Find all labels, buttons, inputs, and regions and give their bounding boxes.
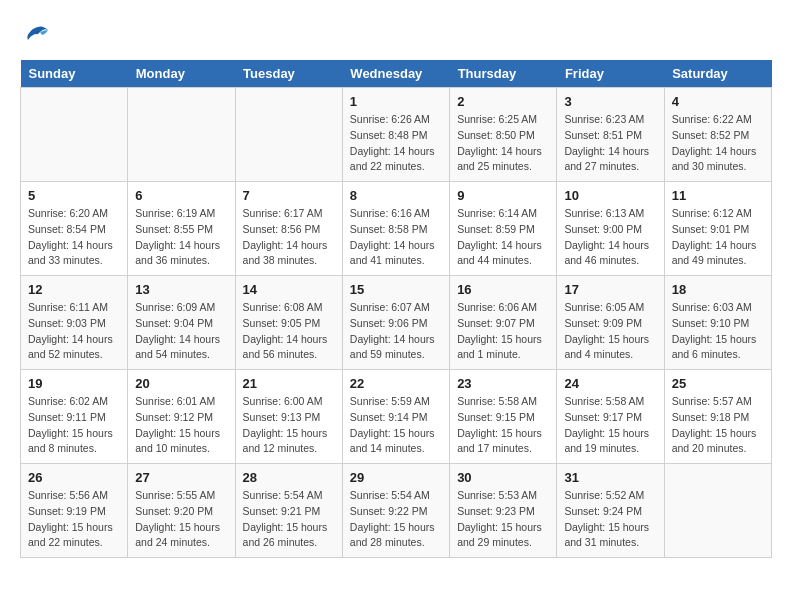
day-detail: Sunrise: 6:11 AMSunset: 9:03 PMDaylight:…: [28, 300, 120, 363]
day-detail: Sunrise: 6:07 AMSunset: 9:06 PMDaylight:…: [350, 300, 442, 363]
day-number: 11: [672, 188, 764, 203]
calendar-cell: 24Sunrise: 5:58 AMSunset: 9:17 PMDayligh…: [557, 370, 664, 464]
calendar-cell: 21Sunrise: 6:00 AMSunset: 9:13 PMDayligh…: [235, 370, 342, 464]
day-detail: Sunrise: 6:23 AMSunset: 8:51 PMDaylight:…: [564, 112, 656, 175]
day-detail: Sunrise: 5:54 AMSunset: 9:22 PMDaylight:…: [350, 488, 442, 551]
day-number: 3: [564, 94, 656, 109]
day-number: 5: [28, 188, 120, 203]
day-number: 31: [564, 470, 656, 485]
day-detail: Sunrise: 5:58 AMSunset: 9:15 PMDaylight:…: [457, 394, 549, 457]
day-detail: Sunrise: 5:58 AMSunset: 9:17 PMDaylight:…: [564, 394, 656, 457]
calendar-cell: 16Sunrise: 6:06 AMSunset: 9:07 PMDayligh…: [450, 276, 557, 370]
day-number: 22: [350, 376, 442, 391]
calendar-cell: 1Sunrise: 6:26 AMSunset: 8:48 PMDaylight…: [342, 88, 449, 182]
calendar-cell: 29Sunrise: 5:54 AMSunset: 9:22 PMDayligh…: [342, 464, 449, 558]
day-detail: Sunrise: 6:09 AMSunset: 9:04 PMDaylight:…: [135, 300, 227, 363]
week-row-1: 1Sunrise: 6:26 AMSunset: 8:48 PMDaylight…: [21, 88, 772, 182]
weekday-header-row: SundayMondayTuesdayWednesdayThursdayFrid…: [21, 60, 772, 88]
day-detail: Sunrise: 6:03 AMSunset: 9:10 PMDaylight:…: [672, 300, 764, 363]
day-number: 19: [28, 376, 120, 391]
calendar-cell: 10Sunrise: 6:13 AMSunset: 9:00 PMDayligh…: [557, 182, 664, 276]
calendar-cell: 6Sunrise: 6:19 AMSunset: 8:55 PMDaylight…: [128, 182, 235, 276]
day-number: 27: [135, 470, 227, 485]
calendar-cell: [21, 88, 128, 182]
day-number: 24: [564, 376, 656, 391]
calendar-cell: 19Sunrise: 6:02 AMSunset: 9:11 PMDayligh…: [21, 370, 128, 464]
calendar-cell: 26Sunrise: 5:56 AMSunset: 9:19 PMDayligh…: [21, 464, 128, 558]
day-detail: Sunrise: 6:12 AMSunset: 9:01 PMDaylight:…: [672, 206, 764, 269]
weekday-header-tuesday: Tuesday: [235, 60, 342, 88]
calendar-cell: 23Sunrise: 5:58 AMSunset: 9:15 PMDayligh…: [450, 370, 557, 464]
day-detail: Sunrise: 6:19 AMSunset: 8:55 PMDaylight:…: [135, 206, 227, 269]
day-number: 20: [135, 376, 227, 391]
day-detail: Sunrise: 5:57 AMSunset: 9:18 PMDaylight:…: [672, 394, 764, 457]
logo-icon: [20, 20, 50, 50]
calendar-cell: 14Sunrise: 6:08 AMSunset: 9:05 PMDayligh…: [235, 276, 342, 370]
logo: [20, 20, 54, 50]
day-detail: Sunrise: 5:59 AMSunset: 9:14 PMDaylight:…: [350, 394, 442, 457]
calendar-cell: 7Sunrise: 6:17 AMSunset: 8:56 PMDaylight…: [235, 182, 342, 276]
day-detail: Sunrise: 6:17 AMSunset: 8:56 PMDaylight:…: [243, 206, 335, 269]
day-number: 15: [350, 282, 442, 297]
day-number: 1: [350, 94, 442, 109]
calendar-cell: 15Sunrise: 6:07 AMSunset: 9:06 PMDayligh…: [342, 276, 449, 370]
calendar-cell: 13Sunrise: 6:09 AMSunset: 9:04 PMDayligh…: [128, 276, 235, 370]
calendar-cell: 17Sunrise: 6:05 AMSunset: 9:09 PMDayligh…: [557, 276, 664, 370]
day-detail: Sunrise: 6:05 AMSunset: 9:09 PMDaylight:…: [564, 300, 656, 363]
day-detail: Sunrise: 5:53 AMSunset: 9:23 PMDaylight:…: [457, 488, 549, 551]
day-number: 30: [457, 470, 549, 485]
weekday-header-saturday: Saturday: [664, 60, 771, 88]
page-header: [20, 20, 772, 50]
day-number: 12: [28, 282, 120, 297]
week-row-3: 12Sunrise: 6:11 AMSunset: 9:03 PMDayligh…: [21, 276, 772, 370]
weekday-header-friday: Friday: [557, 60, 664, 88]
calendar-cell: 28Sunrise: 5:54 AMSunset: 9:21 PMDayligh…: [235, 464, 342, 558]
weekday-header-wednesday: Wednesday: [342, 60, 449, 88]
calendar-table: SundayMondayTuesdayWednesdayThursdayFrid…: [20, 60, 772, 558]
day-detail: Sunrise: 6:16 AMSunset: 8:58 PMDaylight:…: [350, 206, 442, 269]
calendar-cell: 8Sunrise: 6:16 AMSunset: 8:58 PMDaylight…: [342, 182, 449, 276]
calendar-cell: 25Sunrise: 5:57 AMSunset: 9:18 PMDayligh…: [664, 370, 771, 464]
day-number: 25: [672, 376, 764, 391]
calendar-cell: 30Sunrise: 5:53 AMSunset: 9:23 PMDayligh…: [450, 464, 557, 558]
day-number: 26: [28, 470, 120, 485]
day-number: 23: [457, 376, 549, 391]
weekday-header-monday: Monday: [128, 60, 235, 88]
day-detail: Sunrise: 6:26 AMSunset: 8:48 PMDaylight:…: [350, 112, 442, 175]
day-detail: Sunrise: 6:08 AMSunset: 9:05 PMDaylight:…: [243, 300, 335, 363]
day-detail: Sunrise: 6:01 AMSunset: 9:12 PMDaylight:…: [135, 394, 227, 457]
day-number: 7: [243, 188, 335, 203]
day-detail: Sunrise: 5:54 AMSunset: 9:21 PMDaylight:…: [243, 488, 335, 551]
day-number: 4: [672, 94, 764, 109]
calendar-cell: [664, 464, 771, 558]
day-number: 18: [672, 282, 764, 297]
day-number: 10: [564, 188, 656, 203]
calendar-cell: 27Sunrise: 5:55 AMSunset: 9:20 PMDayligh…: [128, 464, 235, 558]
day-detail: Sunrise: 6:06 AMSunset: 9:07 PMDaylight:…: [457, 300, 549, 363]
day-number: 6: [135, 188, 227, 203]
week-row-5: 26Sunrise: 5:56 AMSunset: 9:19 PMDayligh…: [21, 464, 772, 558]
calendar-cell: 3Sunrise: 6:23 AMSunset: 8:51 PMDaylight…: [557, 88, 664, 182]
day-detail: Sunrise: 6:14 AMSunset: 8:59 PMDaylight:…: [457, 206, 549, 269]
day-detail: Sunrise: 6:20 AMSunset: 8:54 PMDaylight:…: [28, 206, 120, 269]
calendar-cell: 12Sunrise: 6:11 AMSunset: 9:03 PMDayligh…: [21, 276, 128, 370]
day-number: 2: [457, 94, 549, 109]
calendar-cell: 9Sunrise: 6:14 AMSunset: 8:59 PMDaylight…: [450, 182, 557, 276]
day-detail: Sunrise: 6:02 AMSunset: 9:11 PMDaylight:…: [28, 394, 120, 457]
day-number: 28: [243, 470, 335, 485]
week-row-2: 5Sunrise: 6:20 AMSunset: 8:54 PMDaylight…: [21, 182, 772, 276]
day-number: 13: [135, 282, 227, 297]
calendar-cell: 2Sunrise: 6:25 AMSunset: 8:50 PMDaylight…: [450, 88, 557, 182]
day-number: 21: [243, 376, 335, 391]
calendar-cell: [235, 88, 342, 182]
calendar-cell: 20Sunrise: 6:01 AMSunset: 9:12 PMDayligh…: [128, 370, 235, 464]
day-number: 17: [564, 282, 656, 297]
calendar-cell: 5Sunrise: 6:20 AMSunset: 8:54 PMDaylight…: [21, 182, 128, 276]
day-detail: Sunrise: 6:00 AMSunset: 9:13 PMDaylight:…: [243, 394, 335, 457]
day-detail: Sunrise: 6:13 AMSunset: 9:00 PMDaylight:…: [564, 206, 656, 269]
day-number: 14: [243, 282, 335, 297]
day-number: 16: [457, 282, 549, 297]
day-number: 8: [350, 188, 442, 203]
day-detail: Sunrise: 6:25 AMSunset: 8:50 PMDaylight:…: [457, 112, 549, 175]
calendar-cell: 22Sunrise: 5:59 AMSunset: 9:14 PMDayligh…: [342, 370, 449, 464]
